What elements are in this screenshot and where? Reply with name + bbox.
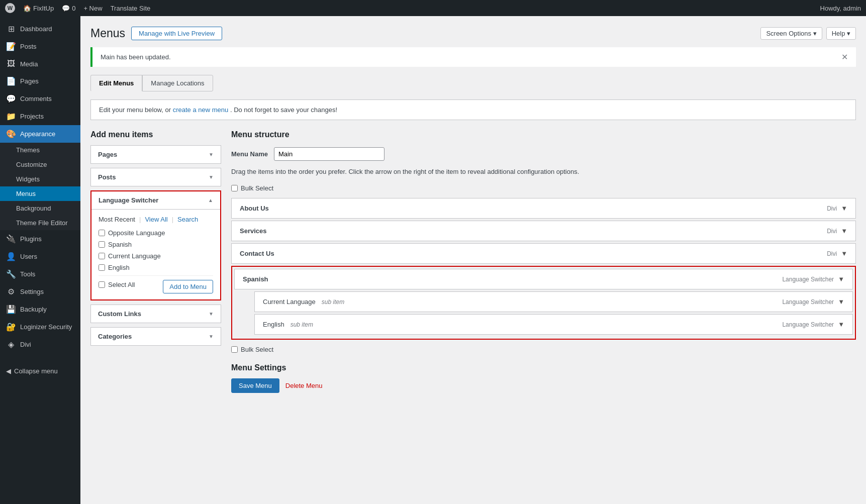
categories-header[interactable]: Categories ▼: [91, 328, 221, 345]
menu-item-services-arrow[interactable]: ▼: [841, 227, 847, 235]
pages-accordion-header[interactable]: Pages ▼: [91, 146, 221, 163]
lang-checkbox-english[interactable]: [99, 264, 105, 271]
menu-item-about-us-arrow[interactable]: ▼: [841, 205, 847, 212]
comments-icon: 💬: [6, 94, 16, 104]
tab-manage-locations[interactable]: Manage Locations: [142, 75, 213, 91]
menu-item-english[interactable]: English sub item Language Switcher ▼: [254, 314, 853, 335]
sidebar-item-themes[interactable]: Themes: [0, 143, 80, 157]
live-preview-button[interactable]: Manage with Live Preview: [131, 27, 222, 40]
settings-icon: ⚙: [6, 287, 16, 296]
select-all-label: Select All: [108, 281, 135, 288]
add-to-menu-button[interactable]: Add to Menu: [163, 280, 213, 293]
sidebar-item-users[interactable]: 👤 Users: [0, 248, 80, 265]
screen-options-area: Screen Options ▾ Help ▾: [760, 27, 856, 40]
sidebar-item-customize[interactable]: Customize: [0, 157, 80, 172]
info-text: Edit your menu below, or: [99, 106, 171, 114]
sidebar-item-dashboard[interactable]: ⊞ Dashboard: [0, 20, 80, 38]
howdy-text: Howdy, admin: [820, 5, 861, 12]
sidebar-item-plugins[interactable]: 🔌 Plugins: [0, 230, 80, 248]
wp-logo-area[interactable]: W: [5, 3, 15, 13]
sidebar-item-pages[interactable]: 📄 Pages: [0, 72, 80, 90]
create-new-menu-link[interactable]: create a new menu: [173, 106, 229, 114]
custom-links-label: Custom Links: [98, 310, 141, 318]
dashboard-icon: ⊞: [6, 24, 16, 34]
admin-bar-right: Howdy, admin: [820, 5, 861, 12]
menu-item-services-type: Divi: [827, 228, 837, 235]
menu-item-current-language-tag: sub item: [322, 298, 344, 306]
menu-item-english-tag: sub item: [291, 321, 313, 328]
custom-links-chevron-icon: ▼: [209, 311, 214, 317]
sidebar: ⊞ Dashboard 📝 Posts 🖼 Media 📄 Pages 💬 Co…: [0, 16, 80, 504]
menu-item-contact-us-arrow[interactable]: ▼: [841, 250, 847, 257]
page-header: Menus Manage with Live Preview Screen Op…: [90, 26, 856, 41]
comments-bar-item[interactable]: 💬 0: [62, 5, 75, 12]
lang-label-opposite-language: Opposite Language: [108, 229, 165, 237]
lang-checkbox-current-language[interactable]: [99, 253, 105, 259]
tab-view-all[interactable]: View All: [145, 216, 167, 223]
sidebar-item-projects[interactable]: 📁 Projects: [0, 108, 80, 125]
menu-item-about-us[interactable]: About Us Divi ▼: [231, 198, 856, 219]
language-switcher-header[interactable]: Language Switcher ▲: [91, 191, 220, 209]
sidebar-item-backuply[interactable]: 💾 Backuply: [0, 300, 80, 318]
menu-name-label: Menu Name: [231, 150, 268, 158]
custom-links-header[interactable]: Custom Links ▼: [91, 305, 221, 323]
sidebar-item-comments[interactable]: 💬 Comments: [0, 90, 80, 108]
page-title-area: Menus Manage with Live Preview: [90, 26, 222, 41]
sidebar-item-posts[interactable]: 📝 Posts: [0, 38, 80, 55]
right-panel: Menu structure Menu Name Drag the items …: [231, 130, 856, 393]
bulk-select-top-checkbox[interactable]: [231, 185, 238, 191]
bulk-select-bottom-checkbox[interactable]: [231, 346, 238, 353]
users-icon: 👤: [6, 252, 16, 261]
sidebar-item-background[interactable]: Background: [0, 201, 80, 216]
sidebar-item-appearance[interactable]: 🎨 Appearance: [0, 125, 80, 143]
menu-item-english-arrow[interactable]: ▼: [838, 321, 844, 328]
screen-options-button[interactable]: Screen Options ▾: [760, 27, 822, 40]
lang-checkbox-spanish[interactable]: [99, 241, 105, 248]
sidebar-item-menus[interactable]: Menus: [0, 186, 80, 201]
language-switcher-label: Language Switcher: [99, 196, 158, 204]
lang-item-opposite-language: Opposite Language: [99, 229, 213, 237]
menu-item-contact-us-label: Contact Us: [240, 250, 274, 257]
menu-item-spanish-type: Language Switcher: [782, 276, 834, 283]
delete-menu-link[interactable]: Delete Menu: [285, 382, 323, 389]
tab-search[interactable]: Search: [177, 216, 198, 223]
menu-item-contact-us-type: Divi: [827, 250, 837, 257]
menu-name-input[interactable]: [274, 147, 384, 161]
sidebar-item-tools[interactable]: 🔧 Tools: [0, 265, 80, 283]
translate-site-bar-item[interactable]: Translate Site: [111, 5, 151, 12]
posts-accordion-header[interactable]: Posts ▼: [91, 168, 221, 186]
new-content-bar-item[interactable]: + New: [83, 5, 102, 12]
appearance-submenu: Themes Customize Widgets Menus Backgroun…: [0, 143, 80, 230]
custom-links-accordion: Custom Links ▼: [90, 305, 221, 323]
tab-edit-menus[interactable]: Edit Menus: [90, 75, 142, 91]
menu-item-spanish[interactable]: Spanish Language Switcher ▼: [234, 269, 853, 289]
notice-close-button[interactable]: ✕: [841, 52, 848, 62]
sidebar-item-divi[interactable]: ◈ Divi: [0, 336, 80, 353]
sidebar-item-widgets[interactable]: Widgets: [0, 172, 80, 186]
tab-most-recent[interactable]: Most Recent: [99, 216, 135, 223]
collapse-menu-item[interactable]: ◀ Collapse menu: [0, 363, 80, 379]
menu-item-current-language-label: Current Language: [263, 298, 316, 306]
notice-text: Main has been updated.: [101, 53, 171, 61]
language-switcher-tabs: Most Recent | View All | Search: [99, 216, 213, 223]
menu-item-contact-us[interactable]: Contact Us Divi ▼: [231, 243, 856, 264]
sidebar-item-media[interactable]: 🖼 Media: [0, 55, 80, 72]
backuply-icon: 💾: [6, 305, 16, 314]
language-switcher-footer: Select All Add to Menu: [99, 275, 213, 293]
select-all-checkbox[interactable]: [99, 281, 105, 288]
sidebar-item-theme-file-editor[interactable]: Theme File Editor: [0, 216, 80, 230]
sidebar-item-settings[interactable]: ⚙ Settings: [0, 283, 80, 300]
site-name[interactable]: 🏠 FixItUp: [23, 5, 54, 12]
menu-item-spanish-arrow[interactable]: ▼: [838, 275, 844, 283]
bulk-select-bottom: Bulk Select: [231, 346, 856, 353]
pages-accordion: Pages ▼: [90, 145, 221, 164]
bulk-select-top: Bulk Select: [231, 184, 856, 192]
lang-checkbox-opposite-language[interactable]: [99, 230, 105, 236]
menu-item-spanish-label: Spanish: [243, 275, 268, 283]
menu-item-services[interactable]: Services Divi ▼: [231, 221, 856, 241]
menu-item-current-language-arrow[interactable]: ▼: [838, 298, 844, 306]
menu-item-current-language[interactable]: Current Language sub item Language Switc…: [254, 291, 853, 312]
help-button[interactable]: Help ▾: [826, 27, 856, 40]
sidebar-item-loginizer[interactable]: 🔐 Loginizer Security: [0, 318, 80, 336]
save-menu-button[interactable]: Save Menu: [231, 378, 279, 393]
